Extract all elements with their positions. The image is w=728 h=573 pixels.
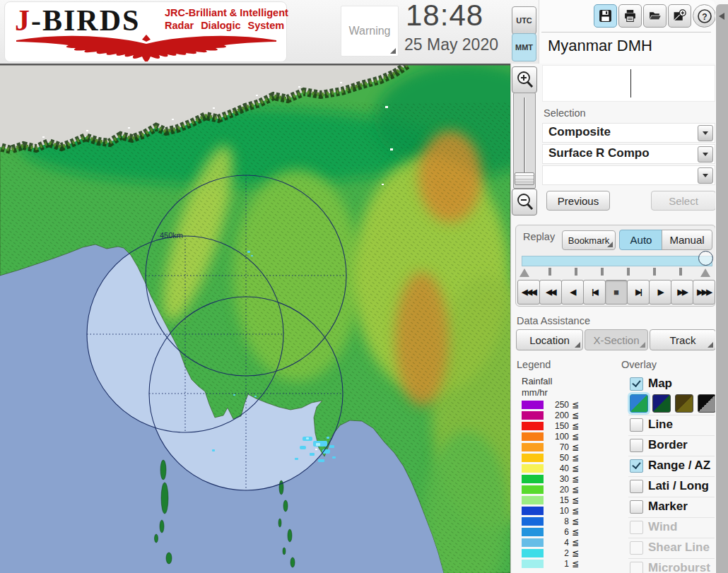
chevron-down-icon [703,153,708,156]
auto-button-label: Auto [630,234,652,246]
xsection-button[interactable]: X-Section [585,329,648,350]
track-button[interactable]: Track [650,329,716,350]
stop-button[interactable]: ■ [605,280,628,305]
selection-section-label: Selection [544,107,586,119]
category-combo[interactable]: Composite [542,123,715,143]
timeline-tick [679,268,682,276]
add-image-button[interactable] [668,4,691,28]
overlay-row-border[interactable]: Border [628,435,715,456]
overlay-row-line[interactable]: Line [628,415,715,435]
forward-fastest-button[interactable]: ▶▶▶ [693,280,715,305]
less-equal-symbol: ≦ [572,548,579,558]
legend-color-swatch [522,528,544,536]
previous-button[interactable]: Previous [546,191,610,211]
step-last-button[interactable]: ▶| [627,280,650,305]
save-icon [599,9,612,23]
replay-auto-button[interactable]: Auto [619,230,663,250]
less-equal-symbol: ≦ [572,463,579,473]
rewind-fast-button[interactable]: ◀◀ [539,280,562,305]
legend-param-name: Rainfall [522,376,552,386]
clock-time: 18:48 [406,0,483,33]
map-style-swatch-1[interactable] [630,394,648,413]
map-style-swatch-2[interactable] [652,394,671,413]
legend-color-swatch [522,517,544,526]
product-combo-arrow-button[interactable] [698,146,713,163]
data-time-listbox[interactable] [542,65,715,102]
less-equal-symbol: ≦ [572,516,579,526]
marker-checkbox[interactable] [630,500,643,514]
data-assistance-label: Data Assistance [517,315,590,326]
step-first-button[interactable]: |◀ [583,280,606,305]
svg-text:?: ? [702,11,707,21]
extra-combo-arrow-button[interactable] [698,167,713,184]
map-zoom-out-button[interactable] [512,189,537,215]
timeline-tick [653,268,656,276]
mmt-label: MMT [515,43,533,52]
category-combo-arrow-button[interactable] [698,125,713,141]
location-button[interactable]: Location [516,329,583,350]
legend-color-swatch [522,485,544,494]
line-checkbox[interactable] [630,418,643,432]
category-combo-value: Composite [548,125,611,139]
header-separator [541,32,711,33]
map-style-swatch-3[interactable] [675,394,693,413]
help-button[interactable]: ? [693,4,716,28]
rewind-fastest-button[interactable]: ◀◀◀ [517,280,540,305]
replay-timeline-track[interactable] [522,256,712,266]
logo-title: J-BIRDS [15,4,140,37]
overlay-row-lati-long[interactable]: Lati / Long [628,476,715,497]
play-reverse-button[interactable]: ◀ [561,280,584,305]
overlay-row-map[interactable]: Map [628,374,715,394]
less-equal-symbol: ≦ [572,559,579,569]
less-equal-symbol: ≦ [572,400,579,410]
utc-toggle-button[interactable]: UTC [512,6,536,35]
forward-fast-button[interactable]: ▶▶ [671,280,693,305]
overlay-section-label: Overlay [621,359,657,370]
xsection-button-label: X-Section [593,334,639,346]
radar-map-view[interactable]: 450km [0,64,510,573]
logo-title-j: J [15,4,31,37]
replay-manual-button[interactable]: Manual [662,230,712,250]
map-zoom-slider[interactable] [513,93,536,189]
warning-button[interactable]: Warning [341,6,399,57]
zoom-in-icon [515,70,534,90]
map-zoom-in-button[interactable] [512,66,537,93]
timeline-tick [627,268,630,276]
terrain-map: 450km [0,64,510,573]
legend-param-unit: mm/hr [522,387,548,398]
open-folder-button[interactable] [643,4,667,28]
legend-color-swatch [522,507,544,515]
legend-color-swatch [522,464,544,473]
wind-checkbox [630,521,643,534]
map-checkbox[interactable] [630,377,643,391]
range-az-checkbox[interactable] [630,459,643,473]
legend-color-swatch [522,432,544,441]
overlay-row-range-az[interactable]: Range / AZ [628,456,715,476]
less-equal-symbol: ≦ [572,485,579,495]
timeline-start-marker [519,268,529,277]
product-combo[interactable]: Surface R Compo [542,144,715,164]
extra-combo[interactable] [542,165,715,185]
zoom-slider-handle[interactable] [515,172,534,185]
overlay-row-wind: Wind [628,517,715,538]
play-forward-button[interactable]: ▶ [649,280,671,305]
mmt-toggle-button[interactable]: MMT [512,33,536,61]
print-button[interactable] [618,4,642,28]
legend-color-swatch [522,411,544,420]
map-style-swatch-4[interactable] [698,394,716,413]
time-cursor [630,69,631,98]
replay-timeline-handle[interactable] [698,251,713,266]
save-button[interactable] [594,4,617,28]
timeline-tick [548,268,551,276]
legend-color-swatch [522,496,544,504]
range-ring-label: 450km [160,231,183,240]
panel-collapse-strip[interactable] [715,4,728,573]
border-checkbox[interactable] [630,439,643,452]
lati-long-checkbox[interactable] [630,480,643,493]
location-button-label: Location [529,334,570,346]
bookmark-button[interactable]: Bookmark [562,230,616,250]
less-equal-symbol: ≦ [572,432,579,442]
overlay-row-marker[interactable]: Marker [628,497,715,517]
logo-subtitle-1: JRC-Brilliant & Intelligent [165,7,288,18]
select-button[interactable]: Select [651,191,716,211]
